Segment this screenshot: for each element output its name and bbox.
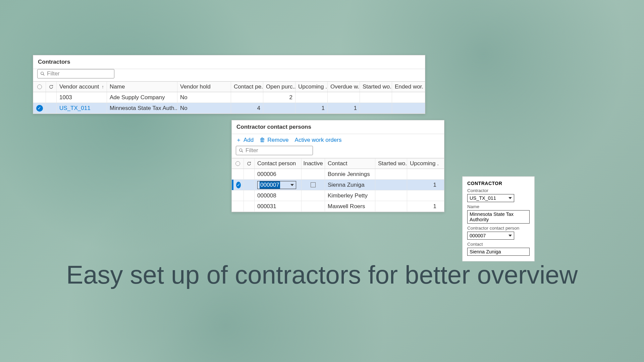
cell-contact-pe: 4 <box>231 103 263 113</box>
trash-icon: 🗑 <box>260 137 265 143</box>
col-inactive[interactable]: Inactive <box>302 159 325 169</box>
col-contact-person[interactable]: Contact person <box>255 159 302 169</box>
row-spacer <box>244 169 255 179</box>
ccp-label: Contractor contact person <box>467 226 530 231</box>
col-overdue[interactable]: Overdue w... <box>328 82 360 92</box>
contractors-filter-input[interactable]: Filter <box>37 69 114 78</box>
col-name[interactable]: Name <box>107 82 177 92</box>
contacts-grid: Contact person Inactive Contact Started … <box>232 158 444 212</box>
row-spacer <box>244 201 255 212</box>
cell-upcoming <box>407 190 439 201</box>
table-row[interactable]: 000031Maxwell Roers1 <box>232 201 444 212</box>
cell-open-purc: 2 <box>263 92 296 103</box>
cell-inactive[interactable] <box>302 169 325 179</box>
row-select[interactable] <box>233 190 244 201</box>
tagline: Easy set up of contractors for better ov… <box>0 261 644 288</box>
refresh-button[interactable] <box>46 82 57 92</box>
cell-contact-pe <box>231 92 263 103</box>
cell-contact: Bonnie Jennings <box>325 169 375 179</box>
svg-line-3 <box>242 151 243 153</box>
name-field[interactable]: Minnesota State Tax Authority <box>467 210 530 224</box>
filter-placeholder: Filter <box>47 70 60 77</box>
svg-point-2 <box>239 149 242 152</box>
active-work-orders-button[interactable]: Active work orders <box>295 137 342 143</box>
contractors-title: Contractors <box>33 55 425 69</box>
cell-name: Ade Supply Company <box>107 92 177 103</box>
cell-vendor-hold: No <box>177 92 231 103</box>
col-upcoming[interactable]: Upcoming ... <box>407 159 439 169</box>
contractors-panel: Contractors Filter Vendor account↑ Name … <box>33 55 425 114</box>
row-select[interactable]: ✓ <box>33 103 46 113</box>
col-contact[interactable]: Contact <box>325 159 375 169</box>
cell-inactive[interactable] <box>302 201 325 212</box>
sort-asc-icon: ↑ <box>102 84 104 89</box>
col-vendor-account[interactable]: Vendor account↑ <box>57 82 107 92</box>
cell-upcoming: 1 <box>407 180 439 190</box>
contact-person-dropdown[interactable]: 000007 <box>257 181 296 189</box>
inactive-checkbox[interactable] <box>311 182 316 187</box>
row-select[interactable]: ✓ <box>233 180 244 190</box>
cell-contact-person[interactable]: 000007 <box>255 180 302 190</box>
contacts-toolbar: ＋Add 🗑Remove Active work orders <box>232 134 444 146</box>
contractors-header-row: Vendor account↑ Name Vendor hold Contact… <box>33 81 425 92</box>
table-row[interactable]: 1003Ade Supply CompanyNo2 <box>33 92 425 103</box>
row-spacer <box>244 180 255 190</box>
cell-ended <box>392 92 423 103</box>
cell-vendor-account[interactable]: US_TX_011 <box>57 103 107 113</box>
filter-placeholder: Filter <box>246 147 258 154</box>
cell-contact-person[interactable]: 000031 <box>255 201 302 212</box>
col-contact-pe[interactable]: Contact pe... <box>231 82 263 92</box>
select-all[interactable] <box>232 159 244 169</box>
cell-upcoming: 1 <box>296 103 328 113</box>
cell-upcoming: 1 <box>407 201 439 212</box>
col-ended[interactable]: Ended wor... <box>392 82 423 92</box>
row-spacer <box>46 103 57 113</box>
col-upcoming[interactable]: Upcoming ... <box>296 82 328 92</box>
cell-inactive[interactable] <box>302 190 325 201</box>
col-started[interactable]: Started wo... <box>360 82 392 92</box>
contacts-panel: Contractor contact persons ＋Add 🗑Remove … <box>231 120 444 212</box>
card-heading: CONTRACTOR <box>467 181 530 186</box>
ccp-dropdown[interactable]: 000007 <box>467 232 514 240</box>
cell-started <box>375 201 407 212</box>
svg-line-1 <box>43 74 45 76</box>
cell-contact-person[interactable]: 000008 <box>255 190 302 201</box>
cell-contact: Kimberley Petty <box>325 190 375 201</box>
remove-button[interactable]: 🗑Remove <box>260 137 288 143</box>
cell-started <box>375 169 407 179</box>
refresh-icon <box>49 84 54 89</box>
name-label: Name <box>467 204 530 209</box>
table-row[interactable]: ✓US_TX_011Minnesota State Tax Auth...No4… <box>33 103 425 114</box>
cell-name: Minnesota State Tax Auth... <box>107 103 177 113</box>
cell-upcoming <box>407 169 439 179</box>
select-all[interactable] <box>33 82 46 92</box>
refresh-button[interactable] <box>244 159 255 169</box>
cell-contact-person[interactable]: 000006 <box>255 169 302 179</box>
cell-ended <box>392 103 423 113</box>
cell-started <box>360 103 392 113</box>
contacts-header-row: Contact person Inactive Contact Started … <box>232 158 444 169</box>
contractor-dropdown[interactable]: US_TX_011 <box>467 194 514 202</box>
contractor-card: CONTRACTOR Contractor US_TX_011 Name Min… <box>462 176 535 261</box>
svg-point-0 <box>41 72 44 75</box>
cell-inactive[interactable] <box>302 180 325 190</box>
add-button[interactable]: ＋Add <box>236 136 254 144</box>
contacts-filter-input[interactable]: Filter <box>236 146 313 155</box>
cell-overdue <box>328 92 360 103</box>
contractor-label: Contractor <box>467 188 530 193</box>
contacts-title: Contractor contact persons <box>232 120 444 134</box>
table-row[interactable]: 000008Kimberley Petty <box>232 190 444 201</box>
row-select[interactable] <box>33 92 46 103</box>
row-spacer <box>244 190 255 201</box>
table-row[interactable]: 000006Bonnie Jennings <box>232 169 444 180</box>
col-vendor-hold[interactable]: Vendor hold <box>177 82 231 92</box>
search-icon <box>40 71 45 76</box>
col-started[interactable]: Started wo... <box>375 159 407 169</box>
col-open-purc[interactable]: Open purc... <box>263 82 296 92</box>
contact-field[interactable]: Sienna Zuniga <box>467 248 530 256</box>
search-icon <box>239 148 244 153</box>
row-select[interactable] <box>233 169 244 179</box>
table-row[interactable]: ✓000007Sienna Zuniga1 <box>232 180 444 190</box>
row-select[interactable] <box>233 201 244 212</box>
cell-started <box>375 190 407 201</box>
